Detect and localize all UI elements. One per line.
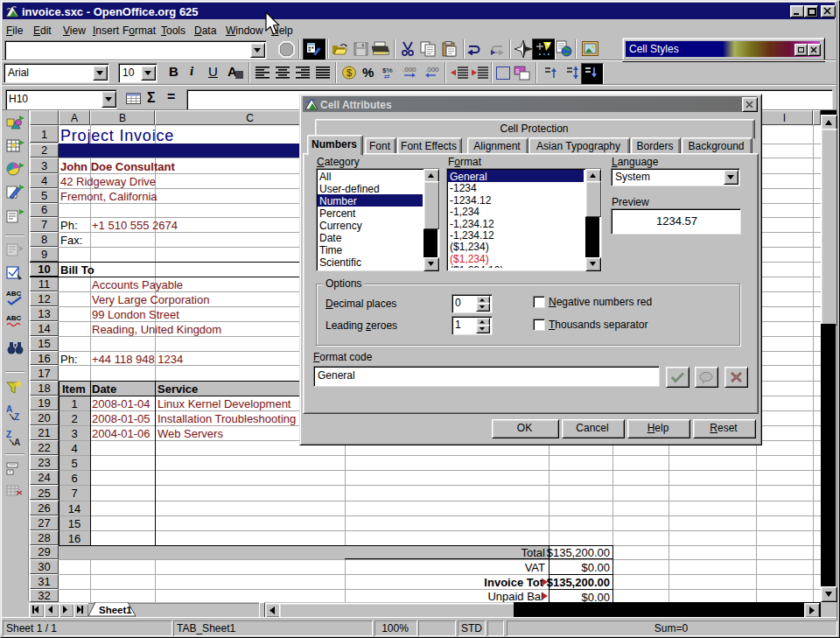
svg-text:ABC: ABC bbox=[6, 314, 22, 322]
svg-text:Sheet1: Sheet1 bbox=[99, 605, 132, 615]
svg-text:ABC: ABC bbox=[6, 290, 22, 298]
svg-text:Z: Z bbox=[6, 430, 11, 439]
svg-text:A: A bbox=[14, 438, 20, 446]
svg-text:S: S bbox=[515, 68, 520, 74]
svg-text:Z: Z bbox=[14, 412, 19, 421]
svg-text:.000: .000 bbox=[425, 66, 439, 74]
svg-text:$: $ bbox=[346, 67, 352, 78]
svg-text:.000: .000 bbox=[402, 66, 416, 74]
svg-text:A: A bbox=[6, 404, 12, 414]
svg-text:⇄: ⇄ bbox=[384, 73, 390, 79]
